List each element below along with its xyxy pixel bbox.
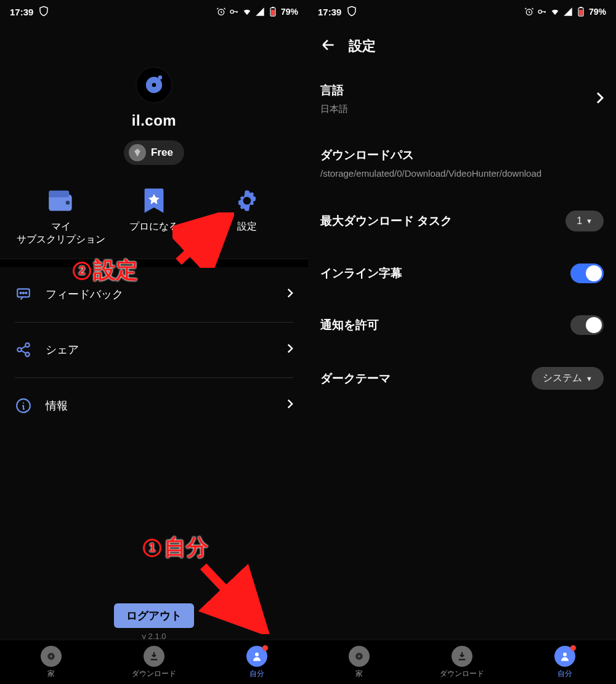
status-bar: 17:39 79%	[0, 0, 308, 23]
svg-point-17	[20, 292, 22, 294]
profile-section: il.com Free マイ サブスクリプション プロになる	[0, 23, 308, 259]
svg-point-37	[359, 655, 360, 657]
dark-theme-selector[interactable]: システム ▼	[532, 367, 604, 390]
menu-feedback[interactable]: フィードバック	[15, 267, 293, 323]
tile-pro-label: プロになる	[108, 220, 200, 233]
nav-me-label: 自分	[557, 669, 572, 679]
film-reel-icon	[41, 646, 62, 667]
tile-subscription-label: マイ サブスクリプション	[15, 220, 107, 246]
alarm-icon	[216, 7, 226, 17]
feedback-icon	[15, 286, 32, 302]
chevron-right-icon	[596, 92, 604, 107]
app-logo-icon	[136, 66, 172, 103]
battery-percent: 79%	[589, 7, 606, 17]
plan-label: Free	[151, 147, 173, 159]
setting-notifications-label: 通知を許可	[320, 317, 379, 333]
setting-dark-theme-label: ダークテーマ	[320, 371, 391, 387]
vpn-key-icon	[537, 7, 547, 17]
setting-inline-subtitles: インライン字幕	[320, 247, 604, 299]
menu-list: フィードバック シェア 情報	[0, 267, 308, 433]
bookmark-star-icon	[108, 186, 200, 215]
caret-down-icon: ▼	[586, 375, 593, 382]
menu-share[interactable]: シェア	[15, 323, 293, 378]
film-reel-icon	[349, 646, 370, 667]
setting-download-path-value: /storage/emulated/0/Download/VideoHunter…	[320, 168, 604, 179]
nav-home[interactable]: 家	[0, 640, 103, 684]
menu-feedback-label: フィードバック	[46, 287, 274, 302]
svg-rect-13	[49, 191, 70, 198]
gear-icon	[201, 186, 293, 215]
signal-icon	[563, 7, 573, 17]
inline-subtitles-toggle[interactable]	[570, 264, 604, 283]
svg-rect-31	[545, 11, 545, 13]
wallet-icon	[15, 186, 107, 215]
wifi-icon	[242, 7, 252, 17]
setting-download-path[interactable]: ダウンロードパス /storage/emulated/0/Download/Vi…	[320, 131, 604, 195]
nav-me[interactable]: 自分	[513, 640, 616, 684]
alarm-icon	[524, 7, 534, 17]
tile-subscription[interactable]: マイ サブスクリプション	[15, 186, 107, 246]
chevron-right-icon	[287, 344, 293, 356]
bottom-nav: 家 ダウンロード 自分	[0, 640, 308, 684]
vpn-key-icon	[229, 7, 239, 17]
max-tasks-selector[interactable]: 1 ▼	[565, 211, 604, 231]
status-bar: 17:39 79%	[308, 0, 616, 23]
nav-home-label: 家	[355, 669, 363, 679]
diamond-icon	[129, 144, 146, 161]
annotation-1: 1自分	[143, 533, 208, 563]
svg-point-19	[25, 292, 26, 294]
setting-download-path-label: ダウンロードパス	[320, 147, 604, 163]
svg-point-9	[152, 83, 156, 87]
setting-language[interactable]: 言語 日本語	[320, 66, 604, 131]
nav-download-label: ダウンロード	[132, 669, 176, 679]
nav-home[interactable]: 家	[308, 640, 411, 684]
svg-point-26	[51, 655, 52, 657]
shield-icon	[38, 6, 49, 18]
notifications-toggle[interactable]	[570, 315, 604, 335]
setting-language-label: 言語	[320, 82, 596, 99]
svg-rect-5	[272, 7, 274, 8]
svg-point-21	[25, 343, 30, 347]
svg-rect-33	[580, 7, 582, 8]
signal-icon	[255, 7, 265, 17]
nav-download[interactable]: ダウンロード	[103, 640, 206, 684]
screen-settings: 17:39 79% 設定 言語 日本語	[308, 0, 616, 684]
svg-point-27	[255, 653, 259, 656]
nav-me-label: 自分	[249, 669, 264, 679]
download-icon	[452, 646, 472, 667]
menu-info[interactable]: 情報	[15, 378, 293, 433]
shield-icon	[346, 6, 357, 18]
status-time: 17:39	[318, 7, 341, 17]
menu-share-label: シェア	[46, 342, 274, 357]
setting-dark-theme: ダークテーマ システム ▼	[320, 351, 604, 406]
svg-point-38	[563, 653, 567, 656]
nav-download[interactable]: ダウンロード	[411, 640, 514, 684]
caret-down-icon: ▼	[586, 217, 593, 225]
logout-button[interactable]: ログアウト	[114, 603, 194, 628]
svg-point-29	[538, 10, 541, 13]
user-email: il.com	[0, 112, 308, 129]
svg-point-1	[230, 10, 233, 13]
svg-point-15	[243, 197, 251, 205]
person-icon	[554, 646, 575, 667]
chevron-right-icon	[287, 288, 293, 301]
chevron-right-icon	[287, 399, 293, 412]
tile-settings[interactable]: 設定	[201, 186, 293, 246]
tile-pro[interactable]: プロになる	[108, 186, 200, 246]
nav-me[interactable]: 自分	[205, 640, 308, 684]
bottom-nav: 家 ダウンロード 自分	[308, 640, 616, 684]
svg-rect-34	[579, 10, 583, 15]
back-button[interactable]	[320, 37, 336, 55]
nav-home-label: 家	[47, 669, 55, 679]
svg-rect-6	[271, 10, 275, 15]
battery-percent: 79%	[281, 7, 298, 17]
svg-point-18	[23, 292, 24, 294]
setting-notifications: 通知を許可	[320, 299, 604, 351]
nav-download-label: ダウンロード	[440, 669, 484, 679]
setting-language-value: 日本語	[320, 103, 596, 115]
tile-settings-label: 設定	[201, 220, 293, 233]
dark-theme-value: システム	[543, 372, 582, 385]
setting-max-tasks-label: 最大ダウンロード タスク	[320, 213, 452, 229]
plan-badge[interactable]: Free	[124, 140, 184, 165]
section-divider	[0, 259, 308, 267]
